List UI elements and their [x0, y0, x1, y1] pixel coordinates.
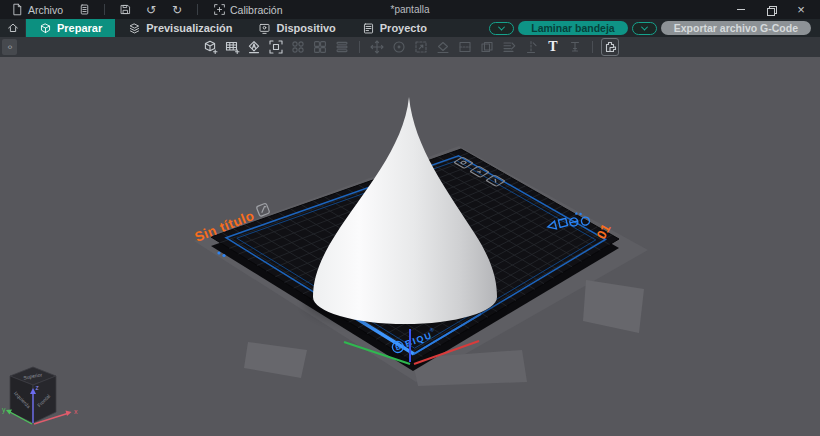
- split-to-objects-icon: [457, 39, 473, 55]
- prepare-icon: [39, 22, 52, 35]
- text-tool-icon: T: [548, 39, 557, 55]
- redo-icon: ↻: [172, 4, 182, 16]
- toolbar-icon-split-to-parts[interactable]: [478, 38, 496, 56]
- home-button[interactable]: [0, 19, 26, 37]
- toolbar-icon-split-to-objects[interactable]: [456, 38, 474, 56]
- z-axis-label: z: [36, 384, 39, 391]
- save-icon: [119, 3, 132, 16]
- toolbar-icon-plates-grid[interactable]: [311, 38, 329, 56]
- tabbar: Preparar Previsualización Dispositivo Pr…: [0, 19, 820, 37]
- tab-proyecto[interactable]: Proyecto: [349, 19, 440, 37]
- project-icon: [362, 22, 375, 35]
- add-object-icon: [202, 39, 218, 55]
- divider: [104, 4, 105, 15]
- toolbar: ‹›: [0, 37, 820, 57]
- close-button[interactable]: ×: [788, 0, 814, 19]
- toolbar-icon-variable-layer-height[interactable]: [500, 38, 518, 56]
- sidebar-collapse-toggle[interactable]: ‹›: [2, 39, 17, 55]
- x-axis-label: x: [74, 408, 78, 415]
- toolbar-icon-fill-plates[interactable]: [289, 38, 307, 56]
- toolbar-icon-assembly-view[interactable]: [601, 38, 619, 56]
- toolbar-icon-auto-orient[interactable]: [245, 38, 263, 56]
- toolbar-icon-scale[interactable]: [412, 38, 430, 56]
- tab-label: Preparar: [57, 22, 102, 34]
- calibration-label: Calibración: [230, 4, 283, 16]
- redo-button[interactable]: ↻: [167, 0, 187, 19]
- lay-on-face-icon: [435, 39, 451, 55]
- undo-icon: ↺: [146, 4, 156, 16]
- window-controls: ×: [728, 0, 814, 19]
- split-to-parts-icon: [479, 39, 495, 55]
- toolbar-icon-add-plate[interactable]: [223, 38, 241, 56]
- toolbar-icon-move[interactable]: [368, 38, 386, 56]
- toolbar-icon-rotate[interactable]: [390, 38, 408, 56]
- move-icon: [369, 39, 385, 55]
- laminar-bandeja-button[interactable]: Laminar bandeja: [518, 21, 627, 35]
- tab-previsualizacion[interactable]: Previsualización: [115, 19, 245, 37]
- toolbar-icon-lay-on-face[interactable]: [434, 38, 452, 56]
- scene-3d[interactable]: Sin título 01: [0, 57, 820, 436]
- app-window: Archivo ↺ ↻: [0, 0, 820, 436]
- divider: [197, 4, 198, 15]
- toolbar-icon-add-object[interactable]: [201, 38, 219, 56]
- clipboard-icon: [78, 3, 91, 16]
- auto-orient-icon: [246, 39, 262, 55]
- titlebar: Archivo ↺ ↻: [0, 0, 820, 19]
- undo-button[interactable]: ↺: [141, 0, 161, 19]
- toolbar-icon-layer-stack[interactable]: [333, 38, 351, 56]
- plates-grid-icon: [312, 39, 328, 55]
- notes-button[interactable]: [74, 0, 94, 19]
- toolbar-icon-support-paint[interactable]: [566, 38, 584, 56]
- calibration-menu[interactable]: Calibración: [208, 0, 288, 19]
- file-icon: [11, 3, 24, 16]
- calibration-icon: [213, 3, 226, 16]
- minimize-button[interactable]: [728, 0, 754, 19]
- close-icon: ×: [797, 3, 805, 16]
- tab-dispositivo[interactable]: Dispositivo: [245, 19, 348, 37]
- chevron-down-icon: [498, 23, 505, 30]
- toolbar-icon-cut[interactable]: [522, 38, 540, 56]
- layer-stack-icon: [334, 39, 350, 55]
- toolbar-divider: [592, 41, 593, 53]
- toolbar-divider: [359, 41, 360, 53]
- y-axis-label: y: [2, 406, 6, 414]
- maximize-button[interactable]: [758, 0, 784, 19]
- nav-cube[interactable]: Superior Izquierda Frontal y x z: [2, 367, 78, 424]
- chevron-down-icon: [641, 23, 648, 30]
- fill-plates-icon: [290, 39, 306, 55]
- device-icon: [258, 22, 271, 35]
- restore-icon: [767, 6, 775, 14]
- layers-icon: [128, 22, 141, 35]
- tab-label: Previsualización: [146, 22, 232, 34]
- exportar-dropdown-button[interactable]: [632, 22, 657, 35]
- rotate-icon: [391, 39, 407, 55]
- viewport-3d[interactable]: Sin título 01: [0, 57, 820, 436]
- toolbar-icon-arrange[interactable]: [267, 38, 285, 56]
- laminar-dropdown-button[interactable]: [489, 22, 514, 35]
- file-menu[interactable]: Archivo: [6, 0, 68, 19]
- cut-icon: [523, 39, 539, 55]
- toolbar-icon-text-tool[interactable]: T: [544, 38, 562, 56]
- save-button[interactable]: [115, 0, 135, 19]
- tab-actions: Laminar bandeja Exportar archivo G-Code: [489, 19, 820, 37]
- home-icon: [6, 21, 20, 35]
- scale-icon: [413, 39, 429, 55]
- file-menu-label: Archivo: [28, 4, 63, 16]
- tab-label: Dispositivo: [276, 22, 335, 34]
- exportar-gcode-button[interactable]: Exportar archivo G-Code: [661, 21, 811, 35]
- variable-layer-height-icon: [501, 39, 517, 55]
- tab-preparar[interactable]: Preparar: [26, 19, 115, 37]
- minimize-icon: [737, 9, 745, 10]
- support-paint-icon: [567, 39, 583, 55]
- tab-label: Proyecto: [380, 22, 427, 34]
- add-plate-icon: [224, 39, 240, 55]
- arrange-icon: [268, 39, 284, 55]
- assembly-icon: [602, 39, 618, 55]
- titlebar-menu-group: Archivo ↺ ↻: [6, 0, 288, 19]
